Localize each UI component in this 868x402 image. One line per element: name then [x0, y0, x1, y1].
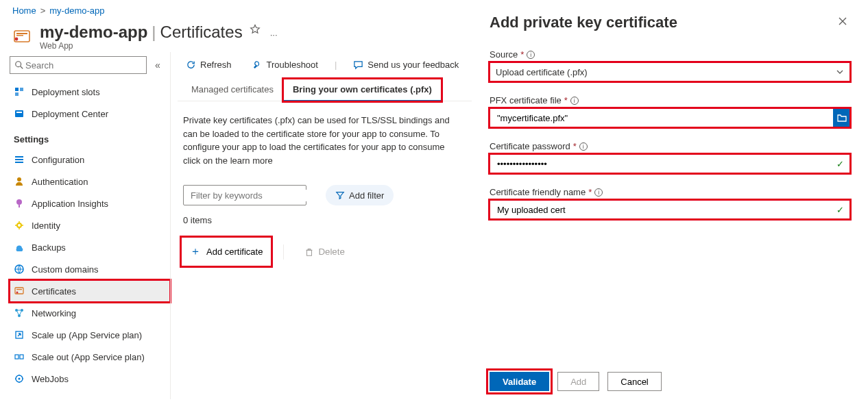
favorite-button[interactable]: [247, 21, 263, 38]
svg-rect-27: [20, 355, 23, 359]
sidebar-heading-settings: Settings: [10, 125, 170, 149]
scale-up-icon: [14, 329, 25, 340]
check-icon: ✓: [836, 205, 844, 215]
feedback-button[interactable]: Send us your feedback: [349, 59, 463, 71]
check-icon: ✓: [836, 159, 844, 169]
sidebar-item-label: Deployment Center: [32, 109, 108, 119]
tab-bring-your-own-certificates[interactable]: Bring your own certificates (.pfx): [283, 79, 442, 101]
add-filter-button[interactable]: Add filter: [326, 185, 394, 205]
feedback-icon: [353, 60, 363, 70]
close-button[interactable]: [835, 14, 850, 29]
sidebar-item-networking[interactable]: Networking: [10, 302, 170, 324]
file-input[interactable]: [496, 112, 828, 124]
tab-managed-certificates[interactable]: Managed certificates: [182, 79, 283, 101]
sidebar-item-scale-up[interactable]: Scale up (App Service plan): [10, 324, 170, 346]
description-text: Private key certificates (.pfx) can be u…: [178, 101, 466, 167]
sidebar-item-authentication[interactable]: Authentication: [10, 171, 170, 192]
feedback-label: Send us your feedback: [367, 60, 459, 70]
cancel-button[interactable]: Cancel: [607, 372, 661, 391]
sidebar-item-custom-domains[interactable]: Custom domains: [10, 258, 170, 280]
trash-icon: [304, 247, 314, 257]
sidebar-search-input[interactable]: [24, 60, 142, 71]
sidebar-item-backups[interactable]: Backups: [10, 236, 170, 258]
backups-icon: [14, 242, 25, 253]
sidebar-item-label: WebJobs: [32, 374, 69, 384]
sidebar-item-label: Backups: [32, 242, 66, 253]
svg-rect-32: [307, 250, 312, 255]
sidebar-item-scale-out[interactable]: Scale out (App Service plan): [10, 346, 170, 368]
chevron-right-icon: >: [40, 5, 46, 16]
subtitle: Web App: [40, 41, 280, 51]
svg-point-14: [17, 177, 21, 181]
info-icon[interactable]: i: [527, 51, 535, 59]
panel-title: Add private key certificate: [490, 14, 677, 32]
add-certificate-panel: Add private key certificate Source * i U…: [472, 0, 868, 402]
browse-button[interactable]: [833, 108, 850, 127]
sidebar-item-application-insights[interactable]: Application Insights: [10, 192, 170, 214]
sidebar-item-deployment-center[interactable]: Deployment Center: [10, 103, 170, 125]
sidebar-item-configuration[interactable]: Configuration: [10, 149, 170, 171]
svg-rect-13: [15, 162, 23, 163]
svg-line-5: [21, 66, 23, 69]
sidebar-item-deployment-slots[interactable]: Deployment slots: [10, 81, 170, 103]
svg-rect-26: [15, 355, 19, 359]
deployment-center-icon: [14, 108, 25, 119]
friendly-input-wrapper[interactable]: ✓: [490, 200, 850, 219]
breadcrumb-app[interactable]: my-demo-app: [49, 5, 104, 16]
sidebar-item-label: Application Insights: [32, 199, 108, 209]
required-icon: *: [564, 95, 568, 105]
validate-button[interactable]: Validate: [490, 372, 549, 391]
svg-rect-10: [16, 112, 22, 113]
refresh-button[interactable]: Refresh: [182, 59, 236, 71]
add-certificate-button[interactable]: ＋ Add certificate: [183, 239, 269, 264]
required-icon: *: [573, 141, 577, 151]
sidebar-item-label: Networking: [32, 308, 76, 318]
breadcrumb-home[interactable]: Home: [12, 5, 36, 16]
info-icon[interactable]: i: [594, 188, 603, 197]
folder-icon: [836, 112, 847, 123]
svg-rect-8: [15, 92, 19, 96]
source-value: Upload certificate (.pfx): [496, 67, 588, 77]
password-input-wrapper[interactable]: ✓: [490, 154, 850, 173]
svg-rect-12: [15, 159, 23, 160]
sidebar-item-webjobs[interactable]: WebJobs: [10, 368, 170, 390]
sidebar-item-identity[interactable]: Identity: [10, 214, 170, 236]
refresh-label: Refresh: [200, 60, 232, 70]
svg-point-29: [19, 378, 21, 380]
more-button[interactable]: ···: [267, 27, 280, 42]
sidebar-item-label: Configuration: [32, 155, 84, 165]
domains-icon: [14, 264, 25, 275]
sidebar-search[interactable]: [10, 56, 147, 74]
svg-point-17: [17, 223, 21, 227]
field-password: Certificate password * i ✓: [490, 141, 850, 173]
chevron-down-icon: [836, 68, 844, 76]
svg-rect-3: [16, 35, 23, 36]
filter-keywords-input[interactable]: [189, 190, 307, 201]
sidebar-item-certificates[interactable]: Certificates: [10, 280, 170, 302]
source-select[interactable]: Upload certificate (.pfx): [490, 62, 850, 81]
filter-keywords[interactable]: [183, 185, 306, 205]
friendly-label: Certificate friendly name: [490, 187, 586, 197]
info-icon[interactable]: i: [570, 97, 579, 105]
close-icon: [838, 16, 847, 26]
add-button[interactable]: Add: [557, 372, 599, 391]
required-icon: *: [588, 187, 592, 197]
scale-out-icon: [14, 351, 25, 362]
sidebar-item-label: Identity: [32, 221, 60, 231]
svg-rect-11: [15, 156, 23, 158]
svg-rect-9: [15, 110, 23, 117]
info-icon[interactable]: i: [579, 142, 588, 151]
field-source: Source * i Upload certificate (.pfx): [490, 49, 850, 81]
sidebar-item-label: Custom domains: [32, 264, 99, 275]
svg-point-4: [16, 62, 21, 67]
friendly-input[interactable]: [496, 204, 836, 216]
troubleshoot-button[interactable]: Troubleshoot: [248, 59, 322, 71]
deployment-slots-icon: [14, 86, 25, 97]
collapse-sidebar-button[interactable]: «: [151, 59, 165, 71]
password-input[interactable]: [496, 158, 836, 170]
svg-rect-16: [19, 205, 20, 208]
panel-footer: Validate Add Cancel: [490, 358, 850, 391]
delete-label: Delete: [318, 247, 345, 257]
file-input-wrapper[interactable]: [490, 108, 833, 127]
troubleshoot-icon: [252, 60, 263, 70]
